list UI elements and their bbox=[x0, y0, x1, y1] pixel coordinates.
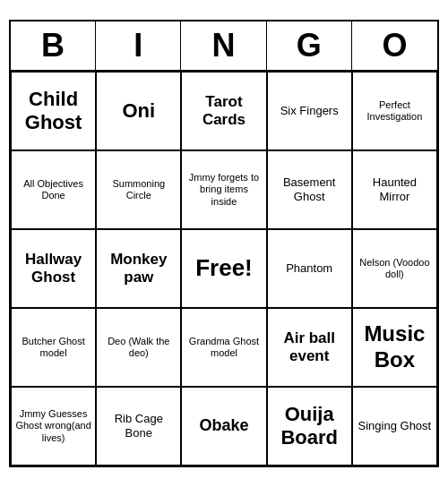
bingo-cell-3[interactable]: Six Fingers bbox=[267, 72, 352, 150]
bingo-cell-22[interactable]: Obake bbox=[181, 387, 266, 466]
header-letter-N: N bbox=[181, 21, 266, 70]
bingo-cell-9[interactable]: Haunted Mirror bbox=[352, 150, 437, 229]
header-letter-O: O bbox=[352, 21, 437, 70]
bingo-cell-14[interactable]: Nelson (Voodoo doll) bbox=[352, 229, 437, 308]
bingo-grid: Child GhostOniTarot CardsSix FingersPerf… bbox=[11, 72, 437, 466]
bingo-cell-5[interactable]: All Objectives Done bbox=[11, 150, 96, 229]
bingo-cell-8[interactable]: Basement Ghost bbox=[267, 150, 352, 229]
bingo-cell-18[interactable]: Air ball event bbox=[267, 308, 352, 387]
bingo-cell-13[interactable]: Phantom bbox=[267, 229, 352, 308]
bingo-cell-15[interactable]: Butcher Ghost model bbox=[11, 308, 96, 387]
bingo-cell-23[interactable]: Ouija Board bbox=[267, 387, 352, 466]
bingo-cell-20[interactable]: Jmmy Guesses Ghost wrong(and lives) bbox=[11, 387, 96, 466]
bingo-cell-1[interactable]: Oni bbox=[96, 72, 181, 150]
bingo-cell-10[interactable]: Hallway Ghost bbox=[11, 229, 96, 308]
bingo-cell-4[interactable]: Perfect Investigation bbox=[352, 72, 437, 150]
bingo-header: BINGO bbox=[11, 21, 437, 72]
header-letter-I: I bbox=[96, 21, 181, 70]
bingo-cell-6[interactable]: Summoning Circle bbox=[96, 150, 181, 229]
bingo-cell-17[interactable]: Grandma Ghost model bbox=[181, 308, 266, 387]
bingo-cell-24[interactable]: Singing Ghost bbox=[352, 387, 437, 466]
header-letter-G: G bbox=[267, 21, 352, 70]
header-letter-B: B bbox=[11, 21, 96, 70]
bingo-cell-7[interactable]: Jmmy forgets to bring items inside bbox=[181, 150, 266, 229]
bingo-cell-11[interactable]: Monkey paw bbox=[96, 229, 181, 308]
bingo-cell-19[interactable]: Music Box bbox=[352, 308, 437, 387]
bingo-cell-2[interactable]: Tarot Cards bbox=[181, 72, 266, 150]
bingo-cell-16[interactable]: Deo (Walk the deo) bbox=[96, 308, 181, 387]
bingo-cell-12[interactable]: Free! bbox=[181, 229, 266, 308]
bingo-cell-21[interactable]: Rib Cage Bone bbox=[96, 387, 181, 466]
bingo-card: BINGO Child GhostOniTarot CardsSix Finge… bbox=[9, 20, 439, 467]
bingo-cell-0[interactable]: Child Ghost bbox=[11, 72, 96, 150]
